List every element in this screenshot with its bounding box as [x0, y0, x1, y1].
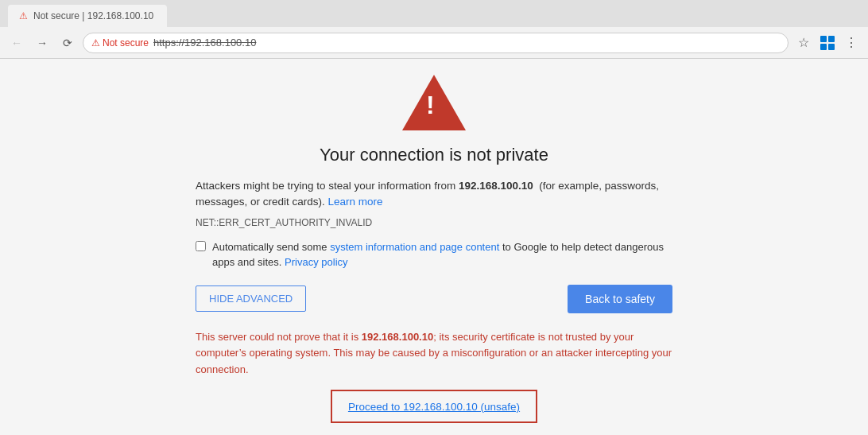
forward-button[interactable]: →: [32, 33, 52, 53]
browser-chrome: ⚠ Not secure | 192.168.100.10 ← → ⟳ ⚠ No…: [0, 0, 868, 59]
address-bar-row: ← → ⟳ ⚠ Not secure https://192.168.100.1…: [0, 27, 868, 59]
button-row: HIDE ADVANCED Back to safety: [196, 285, 672, 313]
win-sq-2: [828, 36, 835, 42]
reload-button[interactable]: ⟳: [57, 33, 78, 53]
back-button[interactable]: ←: [6, 33, 27, 53]
desc-host: 192.168.100.10: [459, 180, 533, 192]
advanced-host: 192.168.100.10: [362, 331, 433, 343]
proceed-link[interactable]: Proceed to 192.168.100.10 (unsafe): [348, 401, 520, 413]
windows-icon: [817, 33, 838, 53]
not-secure-label: Not secure: [103, 37, 149, 49]
page-content: Your connection is not private Attackers…: [0, 59, 868, 435]
error-code: NET::ERR_CERT_AUTHORITY_INVALID: [196, 217, 672, 228]
desc-pre: Attackers might be trying to steal your …: [196, 180, 459, 192]
address-bar[interactable]: ⚠ Not secure https://192.168.100.10: [83, 33, 789, 53]
send-info-row: Automatically send some system informati…: [196, 239, 672, 270]
active-tab[interactable]: ⚠ Not secure | 192.168.100.10: [8, 5, 167, 27]
back-to-safety-button[interactable]: Back to safety: [568, 285, 672, 313]
proceed-link-box[interactable]: Proceed to 192.168.100.10 (unsafe): [331, 390, 537, 423]
tab-label: Not secure | 192.168.100.10: [33, 10, 153, 21]
error-title: Your connection is not private: [320, 145, 548, 165]
send-info-checkbox[interactable]: [196, 241, 206, 251]
toolbar-right: ☆ ⋮: [793, 33, 862, 53]
tab-favicon: ⚠: [17, 10, 29, 21]
learn-more-link[interactable]: Learn more: [328, 196, 383, 208]
url-display: https://192.168.100.10: [153, 37, 256, 49]
tab-bar: ⚠ Not secure | 192.168.100.10: [0, 0, 868, 27]
advanced-description: This server could not prove that it is 1…: [196, 329, 672, 379]
error-container: Your connection is not private Attackers…: [196, 75, 672, 423]
win-sq-4: [828, 44, 835, 50]
hide-advanced-button[interactable]: HIDE ADVANCED: [196, 285, 306, 312]
checkbox-text: Automatically send some system informati…: [212, 239, 672, 270]
menu-button[interactable]: ⋮: [841, 33, 862, 53]
warning-triangle-icon: [402, 75, 466, 130]
warning-icon: ⚠: [91, 37, 100, 49]
not-secure-badge: ⚠ Not secure: [91, 37, 149, 49]
bookmark-button[interactable]: ☆: [793, 33, 814, 53]
system-info-link[interactable]: system information and page content: [330, 241, 499, 253]
error-description: Attackers might be trying to steal your …: [196, 178, 672, 211]
win-sq-1: [820, 36, 827, 42]
privacy-policy-link[interactable]: Privacy policy: [285, 256, 347, 268]
win-sq-3: [820, 44, 827, 50]
